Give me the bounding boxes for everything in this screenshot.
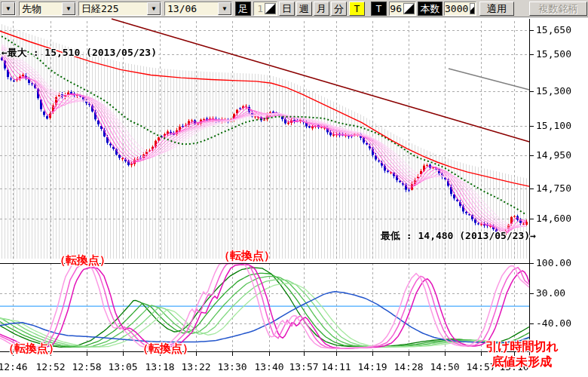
tick-mode-button[interactable]: T xyxy=(349,2,365,16)
apply-button[interactable]: 適用 xyxy=(479,2,514,16)
symbol-value: 日経225 xyxy=(79,2,147,15)
category-value: 先物 xyxy=(20,2,62,15)
bar-type-label: 足 xyxy=(235,2,251,16)
dropdown-arrow-icon[interactable]: ▼ xyxy=(218,2,231,15)
t-param-value: 96 xyxy=(390,2,403,15)
period-week-button[interactable]: 週 xyxy=(296,2,312,16)
spinner-icon[interactable] xyxy=(403,3,415,14)
period-month-button[interactable]: 月 xyxy=(314,2,329,16)
toolbar: ▼ 先物 ▼ 日経225 ▼ 13/06 ▼ 足 1 日 週 月 分 T T 9… xyxy=(0,0,588,17)
chart-canvas[interactable] xyxy=(0,0,588,377)
count-value: 3000 xyxy=(445,2,470,15)
chart-app-window: ▼ 先物 ▼ 日経225 ▼ 13/06 ▼ 足 1 日 週 月 分 T T 9… xyxy=(0,0,588,377)
chart-style-combo[interactable]: ▼ xyxy=(1,2,16,16)
spinner-icon[interactable] xyxy=(470,3,475,14)
interval-spinner[interactable]: 1 xyxy=(253,2,277,16)
symbol-combo[interactable]: 日経225 ▼ xyxy=(78,2,161,16)
count-spinner[interactable]: 3000 xyxy=(444,2,476,16)
category-combo[interactable]: 先物 ▼ xyxy=(19,2,76,16)
t-param-label: T xyxy=(371,2,387,16)
dropdown-arrow-icon[interactable]: ▼ xyxy=(147,2,161,15)
count-label: 本数 xyxy=(418,2,443,16)
spinner-icon[interactable] xyxy=(265,3,276,14)
multi-symbol-button: 複数銘柄 xyxy=(529,2,587,16)
contract-combo[interactable]: 13/06 ▼ xyxy=(164,2,232,16)
interval-value: 1 xyxy=(257,2,265,15)
t-param-spinner[interactable]: 96 xyxy=(389,2,416,16)
dropdown-arrow-icon[interactable]: ▼ xyxy=(2,2,15,15)
contract-value: 13/06 xyxy=(165,2,218,15)
period-minute-button[interactable]: 分 xyxy=(331,2,347,16)
period-day-button[interactable]: 日 xyxy=(279,2,295,16)
dropdown-arrow-icon[interactable]: ▼ xyxy=(62,2,75,15)
